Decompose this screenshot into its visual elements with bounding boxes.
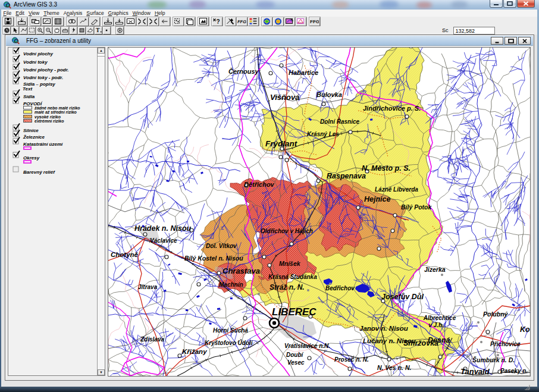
svg-text:Chrastava: Chrastava	[223, 266, 260, 275]
svg-text:FFG: FFG	[237, 19, 246, 24]
svg-text:LIBEREC: LIBEREC	[272, 306, 316, 318]
svg-text:Horní Suchá: Horní Suchá	[213, 327, 248, 334]
svg-text:Bílý Potok: Bílý Potok	[401, 203, 433, 211]
svg-text:Zdislava: Zdislava	[140, 336, 164, 343]
svg-text:Bílý Kostel n. Nisou: Bílý Kostel n. Nisou	[184, 255, 243, 262]
svg-text:Višňová: Višňová	[270, 93, 299, 102]
svg-text:Stráž n. N.: Stráž n. N.	[270, 283, 305, 291]
svg-text:Kryštofovo Údolí: Kryštofovo Údolí	[205, 339, 253, 346]
svg-text:N. Ves n. N.: N. Ves n. N.	[377, 364, 411, 371]
svg-text:Krásná Studánka: Krásná Studánka	[268, 274, 317, 280]
svg-text:Machnín: Machnín	[219, 281, 243, 288]
svg-text:Jindřichovice p. S.: Jindřichovice p. S.	[363, 105, 421, 112]
svg-text:Dolní Řasnice: Dolní Řasnice	[320, 118, 360, 125]
svg-text:Vratislavice n.N.: Vratislavice n.N.	[284, 343, 330, 349]
svg-text:Tanvald: Tanvald	[460, 367, 490, 376]
svg-text:N. Město p. S.: N. Město p. S.	[362, 164, 410, 173]
svg-text:Přichovice: Přichovice	[490, 341, 521, 347]
svg-text:Bulovka: Bulovka	[316, 91, 342, 98]
svg-text:Ko: Ko	[520, 325, 530, 334]
svg-text:Josefův Důl: Josefův Důl	[381, 293, 424, 301]
svg-text:Janov n. Nisou: Janov n. Nisou	[359, 325, 408, 332]
svg-text:Lázně Libverda: Lázně Libverda	[375, 186, 418, 193]
svg-text:Jizerka: Jizerka	[424, 266, 446, 273]
svg-text:T: T	[96, 27, 100, 33]
svg-text:v J.h.: v J.h.	[428, 322, 444, 328]
svg-text:Křižany: Křižany	[182, 348, 207, 355]
svg-text:Paseky n.: Paseky n.	[500, 368, 528, 374]
svg-text:Hejnice: Hejnice	[364, 195, 391, 203]
svg-text:Bedřichov: Bedřichov	[325, 285, 355, 291]
svg-text:Václavice: Václavice	[150, 237, 177, 244]
svg-text:Krásný Les: Krásný Les	[307, 131, 339, 137]
svg-text:Černousy: Černousy	[228, 68, 259, 75]
svg-text:Oldřichov v Hájích: Oldřichov v Hájích	[261, 228, 313, 234]
svg-text:Proseč n. N.: Proseč n. N.	[334, 356, 369, 363]
svg-text:Albrechtice: Albrechtice	[423, 315, 456, 321]
svg-text:Vesec: Vesec	[287, 359, 305, 366]
svg-text:Habartice: Habartice	[289, 69, 318, 76]
svg-text:Lučany n. Nisou: Lučany n. Nisou	[363, 337, 416, 344]
svg-text:Šumburk n. D.: Šumburk n. D.	[472, 356, 515, 363]
svg-text:Mníšek: Mníšek	[279, 260, 301, 267]
svg-text:FFG: FFG	[310, 19, 319, 24]
svg-text:Chotyně: Chotyně	[111, 251, 139, 258]
svg-text:Polubný: Polubný	[483, 311, 509, 318]
svg-text:Raspenava: Raspenava	[327, 172, 366, 180]
svg-text:Jítrava: Jítrava	[138, 284, 158, 290]
svg-text:Dětřichov: Dětřichov	[244, 181, 275, 188]
svg-text:?: ?	[217, 18, 220, 25]
svg-text:Doubí: Doubí	[286, 352, 304, 358]
svg-text:Frýdlant: Frýdlant	[265, 139, 297, 148]
svg-text:Dol. Vítkov: Dol. Vítkov	[206, 243, 237, 249]
svg-text:Hrádek n. Nisou: Hrádek n. Nisou	[134, 224, 192, 233]
